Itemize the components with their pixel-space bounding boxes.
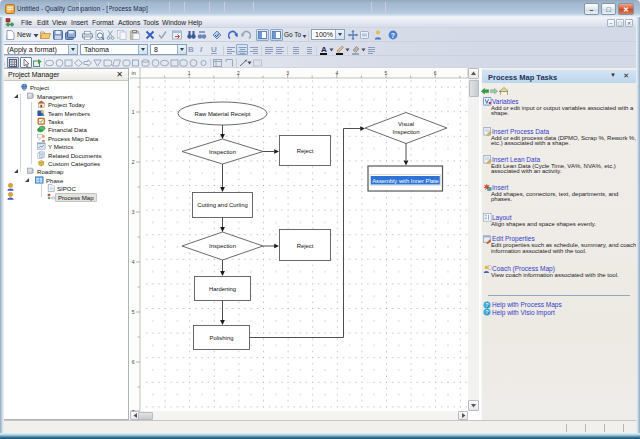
svg-text:4: 4 bbox=[132, 259, 135, 265]
svg-text:Inspection: Inspection bbox=[209, 243, 236, 249]
svg-text:Assembly with Inner Plate: Assembly with Inner Plate bbox=[372, 178, 439, 184]
svg-text:?: ? bbox=[485, 302, 488, 308]
svg-text:6: 6 bbox=[132, 359, 135, 365]
svg-text:Cutting and Curling: Cutting and Curling bbox=[197, 202, 247, 208]
svg-text:Inspection: Inspection bbox=[209, 149, 236, 155]
svg-text:Raw Material Receipt: Raw Material Receipt bbox=[195, 111, 251, 117]
svg-text:Reject: Reject bbox=[297, 243, 314, 249]
svg-text:1: 1 bbox=[188, 70, 191, 76]
svg-text:2: 2 bbox=[237, 70, 240, 76]
svg-text:1: 1 bbox=[132, 109, 135, 115]
svg-text:4: 4 bbox=[335, 70, 338, 76]
svg-text:Polishing: Polishing bbox=[210, 335, 234, 341]
svg-text:2: 2 bbox=[132, 159, 135, 165]
svg-text:Inspection: Inspection bbox=[393, 129, 420, 135]
svg-text:Hardening: Hardening bbox=[209, 286, 236, 292]
svg-text:in: in bbox=[132, 70, 136, 76]
svg-text:Reject: Reject bbox=[297, 148, 314, 154]
svg-text:5: 5 bbox=[132, 309, 135, 315]
svg-text:Visual: Visual bbox=[398, 121, 414, 127]
svg-text:6: 6 bbox=[434, 70, 437, 76]
svg-text:?: ? bbox=[391, 32, 395, 39]
svg-text:3: 3 bbox=[286, 70, 289, 76]
svg-text:5: 5 bbox=[385, 70, 388, 76]
svg-text:?: ? bbox=[485, 309, 488, 315]
svg-text:A: A bbox=[321, 45, 327, 54]
svg-text:3: 3 bbox=[132, 209, 135, 215]
